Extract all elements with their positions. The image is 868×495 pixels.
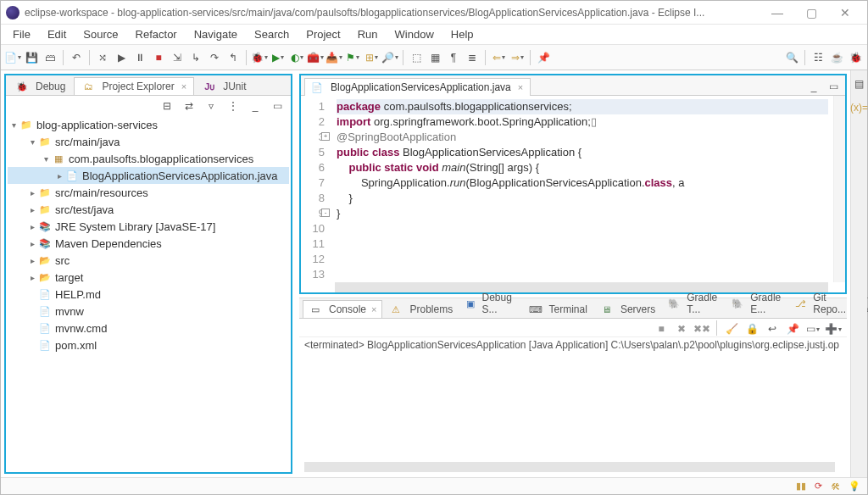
eclipse-logo-icon — [6, 6, 19, 19]
menu-navigate[interactable]: Navigate — [186, 25, 246, 43]
tab-servers[interactable]: 🖥Servers — [594, 300, 661, 318]
debug-perspective-button[interactable]: 🐞 — [847, 49, 864, 66]
disconnect-button[interactable]: ⇲ — [169, 49, 186, 66]
word-wrap-button[interactable]: ↩ — [764, 320, 781, 337]
toggle-mark-button[interactable]: ⬚ — [408, 49, 425, 66]
display-console-button[interactable]: ▭ — [804, 320, 821, 337]
import-button[interactable]: 📥 — [326, 49, 342, 66]
pin-console-button[interactable]: 📌 — [784, 320, 801, 337]
menu-edit[interactable]: Edit — [39, 25, 75, 43]
window-maximize-button[interactable]: ▢ — [794, 3, 828, 22]
remove-all-button[interactable]: ✖✖ — [693, 320, 710, 337]
menu-search[interactable]: Search — [246, 25, 298, 43]
step-over-button[interactable]: ↷ — [206, 49, 223, 66]
menu-file[interactable]: File — [4, 25, 39, 43]
skip-breakpoints-button[interactable]: ⤭ — [94, 49, 111, 66]
editor-tab[interactable]: 📄 BlogApplicationServicesApplication.jav… — [304, 78, 531, 96]
search-toolbar-button[interactable]: 🔍 — [783, 49, 800, 66]
step-return-button[interactable]: ↰ — [225, 49, 242, 66]
step-into-button[interactable]: ↳ — [187, 49, 204, 66]
run-last-tool-button[interactable]: 🧰 — [307, 49, 324, 66]
menu-window[interactable]: Window — [387, 25, 442, 43]
remove-launch-button[interactable]: ✖ — [673, 320, 690, 337]
open-type-button[interactable]: 🔎 — [381, 49, 398, 66]
undo-button[interactable]: ↶ — [68, 49, 85, 66]
tab-git-repos[interactable]: ⎇Git Repo... — [789, 288, 854, 318]
save-all-button[interactable]: 🗃 — [42, 49, 58, 66]
close-icon[interactable]: × — [518, 82, 523, 92]
view-menu-button[interactable]: ⋮ — [225, 97, 242, 114]
collapse-all-button[interactable]: ⊟ — [159, 97, 175, 114]
menu-help[interactable]: Help — [442, 25, 482, 43]
tab-gradle-exec[interactable]: 🐘Gradle E... — [726, 288, 788, 318]
close-icon[interactable]: × — [371, 304, 376, 314]
suspend-button[interactable]: ⏸ — [131, 49, 148, 66]
new-java-button[interactable]: ⚑ — [344, 49, 361, 66]
clear-console-button[interactable]: 🧹 — [723, 320, 740, 337]
overview-ruler[interactable] — [833, 96, 845, 282]
tree-row[interactable]: 📄mvnw.cmd — [8, 320, 289, 336]
maximize-view-button[interactable]: ▭ — [269, 97, 286, 114]
code-content[interactable]: package com.paulsofts.blogapplicationser… — [331, 96, 833, 282]
tree-row[interactable]: ▸📄BlogApplicationServicesApplication.jav… — [8, 167, 289, 184]
tree-row[interactable]: ▾📁src/main/java — [8, 133, 289, 150]
resume-button[interactable]: ▶ — [113, 49, 130, 66]
tree-project-root[interactable]: ▾📁blog-application-services — [8, 116, 289, 133]
tree-row[interactable]: 📄HELP.md — [8, 286, 289, 303]
pin-editor-button[interactable]: 📌 — [535, 49, 552, 66]
open-console-button[interactable]: ➕ — [825, 320, 842, 337]
tab-debug-shell[interactable]: ▣Debug S... — [459, 288, 521, 318]
new-button[interactable]: 📄 — [4, 49, 21, 66]
tree-row[interactable]: ▸📁src/main/resources — [8, 184, 289, 201]
console-horizontal-scrollbar[interactable] — [304, 462, 835, 472]
tab-project-explorer[interactable]: 🗂 Project Explorer × — [74, 77, 194, 95]
debug-shell-icon: ▣ — [465, 298, 475, 309]
window-close-button[interactable]: ✕ — [828, 3, 862, 22]
show-whitespace-button[interactable]: ¶ — [445, 49, 462, 66]
editor-maximize-button[interactable]: ▭ — [825, 78, 842, 95]
filter-button[interactable]: ▿ — [203, 97, 220, 114]
run-button[interactable]: ▶ — [270, 49, 287, 66]
terminate-console-button[interactable]: ■ — [653, 320, 670, 337]
back-button[interactable]: ⇐ — [490, 49, 507, 66]
java-perspective-button[interactable]: ☕ — [828, 49, 845, 66]
tab-junit[interactable]: Jᴜ JUnit — [195, 77, 253, 95]
debug-button[interactable]: 🐞 — [251, 49, 268, 66]
tab-gradle-tasks[interactable]: 🐘Gradle T... — [662, 288, 725, 318]
coverage-button[interactable]: ◐ — [288, 49, 305, 66]
terminate-button[interactable]: ■ — [150, 49, 167, 66]
tree-row[interactable]: ▸📂src — [8, 252, 289, 269]
menu-project[interactable]: Project — [298, 25, 348, 43]
tree-row[interactable]: ▸📚Maven Dependencies — [8, 235, 289, 252]
save-button[interactable]: 💾 — [23, 49, 40, 66]
code-editor[interactable]: 123+56789-1011121314 package com.paulsof… — [301, 96, 845, 282]
console-output[interactable] — [299, 354, 847, 462]
outline-trim-icon[interactable]: ▤ — [851, 75, 868, 92]
toggle-block-button[interactable]: ▦ — [426, 49, 443, 66]
link-editor-button[interactable]: ⇄ — [181, 97, 198, 114]
tab-debug[interactable]: 🐞 Debug — [8, 77, 73, 95]
close-icon[interactable]: × — [181, 81, 186, 92]
tree-row[interactable]: ▸📂target — [8, 269, 289, 286]
tree-row[interactable]: ▸📁src/test/java — [8, 201, 289, 218]
tab-problems[interactable]: ⚠Problems — [383, 300, 459, 318]
tree-row[interactable]: 📄mvnw — [8, 303, 289, 320]
new-package-button[interactable]: ⊞ — [363, 49, 380, 66]
minimize-view-button[interactable]: _ — [247, 97, 264, 114]
menu-source[interactable]: Source — [75, 25, 126, 43]
editor-minimize-button[interactable]: _ — [805, 78, 822, 95]
open-perspective-button[interactable]: ☷ — [810, 49, 826, 66]
tree-row[interactable]: ▾▦com.paulsofts.blogapplicationservices — [8, 150, 289, 167]
project-tree[interactable]: ▾📁blog-application-services▾📁src/main/ja… — [6, 113, 291, 472]
scroll-lock-button[interactable]: 🔒 — [743, 320, 760, 337]
menu-refactor[interactable]: Refactor — [127, 25, 186, 43]
tab-terminal[interactable]: ⌨Terminal — [523, 300, 593, 318]
menu-run[interactable]: Run — [349, 25, 387, 43]
window-minimize-button[interactable]: — — [760, 3, 794, 22]
task-list-trim-icon[interactable]: (x)= — [851, 99, 868, 116]
toggle-wrap-button[interactable]: ≣ — [464, 49, 481, 66]
tree-row[interactable]: ▸📚JRE System Library [JavaSE-17] — [8, 218, 289, 235]
forward-button[interactable]: ⇒ — [509, 49, 526, 66]
tree-row[interactable]: 📄pom.xml — [8, 336, 289, 353]
tab-console[interactable]: ▭Console× — [303, 300, 382, 318]
